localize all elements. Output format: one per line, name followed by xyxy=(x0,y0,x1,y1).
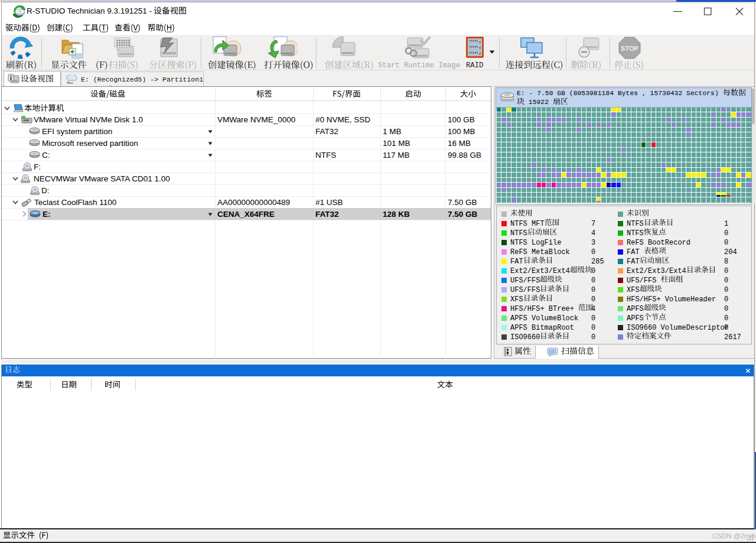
svg-text:STOP: STOP xyxy=(621,45,638,52)
svg-text:Rec: Rec xyxy=(67,81,73,84)
